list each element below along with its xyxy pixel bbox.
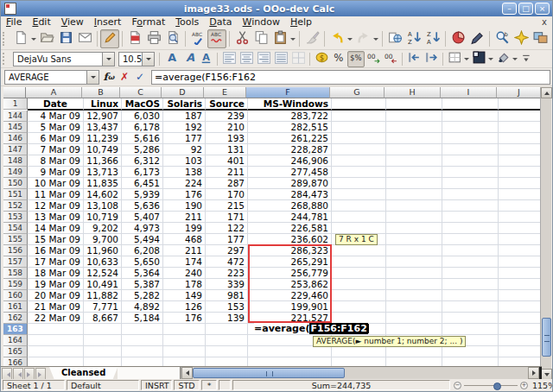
cell-D146[interactable]: 177	[163, 133, 206, 144]
cell-F157[interactable]: 265,291	[248, 256, 332, 268]
cell-D159[interactable]: 178	[163, 279, 206, 290]
insert-mode-field[interactable]: INSRT	[141, 380, 172, 390]
hyperlink-button[interactable]	[385, 29, 404, 48]
cell-D156[interactable]: 211	[163, 245, 206, 256]
row-header-145[interactable]: 145	[3, 122, 28, 133]
cell-D162[interactable]: 176	[163, 313, 206, 324]
cell-A152[interactable]: 12 Mar 09	[28, 200, 84, 212]
borders-button[interactable]	[446, 51, 463, 67]
cell-A149[interactable]: 9 Mar 09	[28, 167, 84, 178]
column-header-I[interactable]: I	[441, 87, 497, 98]
cell-B144[interactable]: 12,907	[84, 111, 122, 122]
undo-button[interactable]	[327, 29, 346, 48]
cell-C160[interactable]: 5,282	[122, 290, 163, 301]
cell-I163[interactable]	[442, 324, 499, 335]
menu-window[interactable]: Window	[238, 16, 285, 28]
minimize-button[interactable]: –	[502, 3, 517, 15]
cell-J147[interactable]	[499, 144, 542, 155]
cell-C145[interactable]: 6,178	[122, 122, 163, 133]
row-header-159[interactable]: 159	[3, 279, 28, 290]
cell-G161[interactable]	[332, 301, 386, 313]
cell-F1[interactable]: MS-Windows	[248, 98, 332, 111]
row-header-156[interactable]: 156	[3, 245, 28, 256]
cell-C162[interactable]: 5,184	[122, 313, 163, 324]
horizontal-scrollbar[interactable]	[181, 367, 539, 379]
cell-E148[interactable]: 401	[206, 155, 248, 167]
cell-G147[interactable]	[332, 144, 386, 155]
name-box[interactable]: AVERAGE	[4, 70, 99, 85]
cell-G152[interactable]	[332, 200, 386, 212]
cell-I149[interactable]	[442, 167, 499, 178]
cell-H1[interactable]	[386, 98, 442, 111]
cell-C1[interactable]: MacOS	[122, 98, 163, 111]
column-header-D[interactable]: D	[162, 87, 204, 98]
paste-button[interactable]	[270, 29, 289, 48]
delete-decimal-button[interactable]: 00	[382, 51, 399, 67]
cell-I148[interactable]	[442, 155, 499, 167]
show-draw-functions-button[interactable]	[467, 29, 486, 48]
cell-H145[interactable]	[386, 122, 442, 133]
cell-A153[interactable]: 13 Mar 09	[28, 212, 84, 223]
menu-view[interactable]: View	[56, 16, 89, 28]
row-header-163[interactable]: 163	[3, 324, 28, 335]
number-currency-button[interactable]: $	[313, 51, 330, 67]
cell-D152[interactable]: 190	[163, 200, 206, 212]
font-size-combo[interactable]: 10.5	[118, 52, 155, 66]
cell-E159[interactable]: 339	[206, 279, 248, 290]
edit-file-button[interactable]	[100, 29, 119, 48]
cell-B161[interactable]: 7,771	[84, 301, 122, 313]
bold-button[interactable]: A	[162, 51, 180, 67]
cell-D144[interactable]: 187	[163, 111, 206, 122]
sort-ascending-button[interactable]: AZ	[404, 29, 423, 48]
cell-C161[interactable]: 4,892	[122, 301, 163, 313]
cell-C147[interactable]: 5,286	[122, 144, 163, 155]
cell-B162[interactable]: 8,667	[84, 313, 122, 324]
cell-I160[interactable]	[442, 290, 499, 301]
align-center-button[interactable]	[238, 51, 255, 67]
cell-J157[interactable]	[499, 256, 542, 268]
insert-chart-button[interactable]	[448, 29, 467, 48]
cell-B149[interactable]: 13,713	[84, 167, 122, 178]
row-header-151[interactable]: 151	[3, 189, 28, 200]
row-header-150[interactable]: 150	[3, 178, 28, 189]
row-header-148[interactable]: 148	[3, 155, 28, 167]
cell-I1[interactable]	[442, 98, 499, 111]
undo-dropdown-icon[interactable]	[346, 29, 353, 48]
font-color-dropdown-icon[interactable]	[512, 49, 518, 68]
cell-B158[interactable]: 12,524	[84, 268, 122, 279]
cell-A150[interactable]: 10 Mar 09	[28, 178, 84, 189]
cell-F149[interactable]: 277,458	[248, 167, 332, 178]
row-header-155[interactable]: 155	[3, 234, 28, 245]
new-document-button[interactable]	[11, 29, 30, 48]
zoom-out-icon[interactable]: −	[454, 382, 461, 389]
gallery-button[interactable]	[531, 29, 550, 48]
scroll-up-icon[interactable]	[541, 87, 552, 98]
cell-J151[interactable]	[499, 189, 542, 200]
print-button[interactable]	[144, 29, 163, 48]
cell-F151[interactable]: 284,473	[248, 189, 332, 200]
menu-edit[interactable]: Edit	[27, 16, 55, 28]
cell-A164[interactable]	[28, 335, 84, 346]
cell-B151[interactable]: 14,602	[84, 189, 122, 200]
new-document-dropdown-icon[interactable]	[30, 29, 37, 48]
cell-H162[interactable]	[386, 313, 442, 324]
cell-F158[interactable]: 256,779	[248, 268, 332, 279]
email-button[interactable]	[75, 29, 94, 48]
row-header-146[interactable]: 146	[3, 133, 28, 144]
zoom-level[interactable]: 115%	[532, 381, 553, 390]
cell-E163[interactable]	[206, 324, 248, 335]
cell-I146[interactable]	[442, 133, 499, 144]
cell-H157[interactable]	[386, 256, 442, 268]
cell-C157[interactable]: 5,650	[122, 256, 163, 268]
cell-E158[interactable]: 223	[206, 268, 248, 279]
vertical-scroll-thumb[interactable]	[542, 318, 551, 357]
cell-A145[interactable]: 5 Mar 09	[28, 122, 84, 133]
align-justified-button[interactable]	[272, 51, 289, 67]
cell-E164[interactable]	[206, 335, 248, 346]
cell-F156[interactable]: 286,323	[248, 245, 332, 256]
cell-H149[interactable]	[386, 167, 442, 178]
cell-D149[interactable]: 138	[163, 167, 206, 178]
cell-F145[interactable]: 282,515	[248, 122, 332, 133]
cell-H150[interactable]	[386, 178, 442, 189]
font-name-combo-dropdown-icon[interactable]	[102, 53, 114, 66]
